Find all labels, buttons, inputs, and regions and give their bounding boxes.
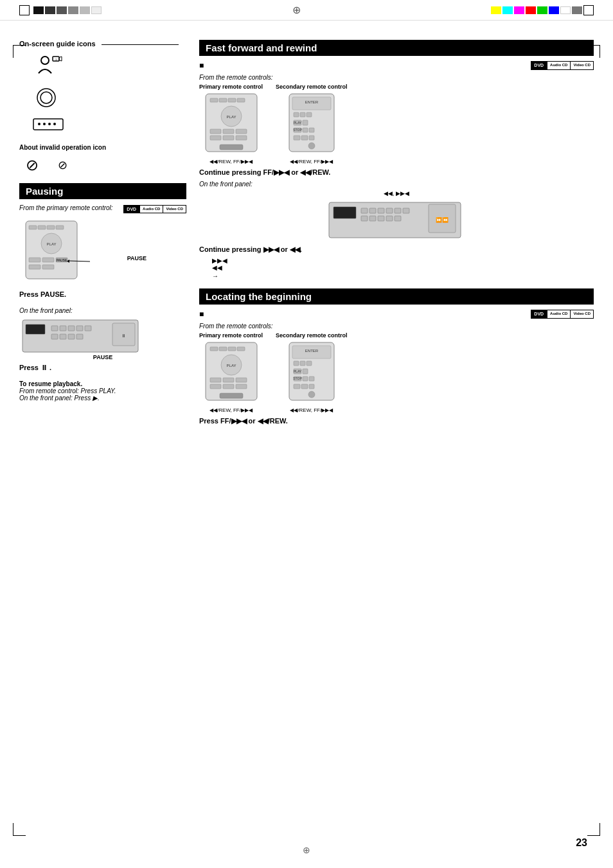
bar2	[45, 6, 55, 14]
pausing-remote-area: PLAY PAUSE PAUSE	[19, 218, 148, 283]
svg-rect-6	[33, 119, 63, 130]
svg-rect-23	[42, 265, 54, 269]
loc-secondary-rew-label: ◀◀/REW, FF/▶▶◀	[276, 407, 348, 413]
cbar-b	[549, 6, 559, 14]
svg-rect-32	[85, 326, 91, 331]
ff-bullet: ■	[199, 61, 204, 70]
cbar-w	[560, 6, 571, 14]
loc-press-instruction: Press FF/▶▶◀ or ◀◀/REW.	[199, 417, 594, 425]
svg-rect-13	[38, 226, 46, 229]
resume-title: To resume playback.	[19, 380, 186, 387]
subtitle-icon	[32, 116, 64, 132]
svg-text:STOP: STOP	[293, 128, 302, 132]
svg-point-7	[38, 123, 40, 125]
loc-bullet: ■	[199, 310, 204, 319]
ff-symbol: ▶▶◀	[212, 257, 594, 264]
ff-badge-audio: Audio CD	[547, 61, 571, 70]
gray-bars	[33, 6, 102, 14]
pausing-primary-remote-svg: PLAY PAUSE	[19, 218, 148, 282]
svg-rect-68	[309, 136, 314, 140]
loc-badge-audio: Audio CD	[547, 310, 571, 319]
ff-front-panel-svg: ⏩⏪	[326, 199, 467, 241]
bar6	[91, 6, 102, 14]
ff-badge-video: Video CD	[571, 61, 594, 70]
svg-rect-97	[236, 384, 247, 389]
corner-mark-tl	[19, 5, 30, 15]
loc-secondary-remote-svg: ENTER PLAY STOP	[286, 341, 337, 405]
svg-rect-33	[51, 334, 58, 339]
svg-rect-15	[56, 226, 64, 229]
svg-rect-92	[210, 378, 221, 382]
svg-rect-82	[395, 216, 401, 221]
bar4	[68, 6, 78, 14]
press-pause2-instruction: Press ⏸ .	[19, 364, 186, 371]
svg-rect-42	[228, 98, 236, 102]
svg-text:⏩⏪: ⏩⏪	[436, 217, 449, 223]
svg-rect-107	[303, 369, 308, 374]
pause-arrow-label: PAUSE	[127, 255, 147, 261]
loc-badge-video: Video CD	[571, 310, 594, 319]
svg-rect-93	[223, 378, 234, 382]
svg-rect-87	[219, 347, 227, 351]
camera-person-icon: 1	[32, 54, 64, 78]
loc-primary-label: Primary remote control	[199, 332, 263, 339]
svg-rect-79	[369, 216, 376, 221]
invalid-section: About invalid operation icon ⊘ ⊘	[19, 144, 186, 174]
ff-header: Fast forward and rewind	[199, 40, 594, 56]
svg-rect-57	[300, 112, 305, 117]
cbar-m	[514, 6, 524, 14]
svg-rect-28	[51, 326, 58, 331]
svg-rect-58	[306, 112, 312, 117]
svg-rect-89	[237, 347, 245, 351]
svg-rect-14	[47, 226, 55, 229]
cbar-c	[502, 6, 513, 14]
svg-point-10	[53, 123, 56, 125]
loc-primary-rew-label: ◀◀/REW, FF/▶▶◀	[199, 407, 263, 413]
guide-icons-area: 1	[19, 54, 186, 134]
cbar-r	[526, 6, 536, 14]
svg-text:⏸: ⏸	[121, 333, 126, 338]
subtitle-icon-row	[32, 116, 186, 134]
svg-rect-43	[237, 98, 245, 102]
ff-secondary-label: Secondary remote control	[276, 84, 348, 90]
svg-rect-73	[369, 208, 376, 213]
ff-media-badges: DVD Audio CD Video CD	[531, 61, 594, 70]
top-registration-strip: ⊕	[0, 0, 613, 21]
guide-icons-title: On-screen guide icons	[19, 40, 186, 48]
svg-rect-49	[210, 136, 221, 140]
audio-icon-row	[32, 86, 186, 110]
svg-rect-67	[301, 136, 308, 140]
svg-rect-110	[303, 376, 308, 381]
svg-point-9	[48, 123, 51, 125]
svg-point-8	[43, 123, 46, 125]
svg-rect-102	[294, 361, 299, 366]
svg-rect-18	[29, 258, 40, 262]
no-entry-icon-small: ⊘	[58, 158, 67, 172]
locating-section: Locating the beginning ■ DVD Audio CD Vi…	[199, 288, 594, 425]
svg-rect-46	[210, 129, 221, 134]
svg-text:PLAY: PLAY	[47, 242, 57, 246]
svg-point-115	[308, 391, 315, 398]
pausing-media-badges: DVD Audio CD Video CD	[123, 205, 186, 214]
svg-rect-29	[60, 326, 66, 331]
ff-secondary-remote: Secondary remote control ENTER PLAY	[276, 84, 348, 164]
corner-mark-br	[587, 45, 600, 58]
svg-rect-35	[68, 334, 75, 339]
svg-rect-86	[210, 347, 218, 351]
svg-rect-56	[294, 112, 299, 117]
ff-front-panel-label: On the front panel:	[199, 181, 594, 188]
ff-primary-label: Primary remote control	[199, 84, 263, 90]
svg-rect-98	[220, 393, 243, 398]
svg-rect-27	[26, 324, 45, 334]
invalid-title: About invalid operation icon	[19, 144, 186, 151]
left-column: On-screen guide icons 1	[19, 40, 186, 429]
svg-rect-71	[333, 207, 356, 218]
svg-rect-103	[300, 361, 305, 366]
svg-text:PLAY: PLAY	[294, 369, 302, 373]
svg-rect-48	[236, 129, 247, 134]
svg-text:PLAY: PLAY	[294, 121, 302, 125]
loc-secondary-remote: Secondary remote control ENTER PLAY STOP	[276, 332, 348, 413]
svg-rect-65	[309, 128, 314, 132]
loc-from-remote-label: From the remote controls:	[199, 323, 594, 330]
pausing-from-label: From the primary remote control:	[19, 204, 113, 211]
